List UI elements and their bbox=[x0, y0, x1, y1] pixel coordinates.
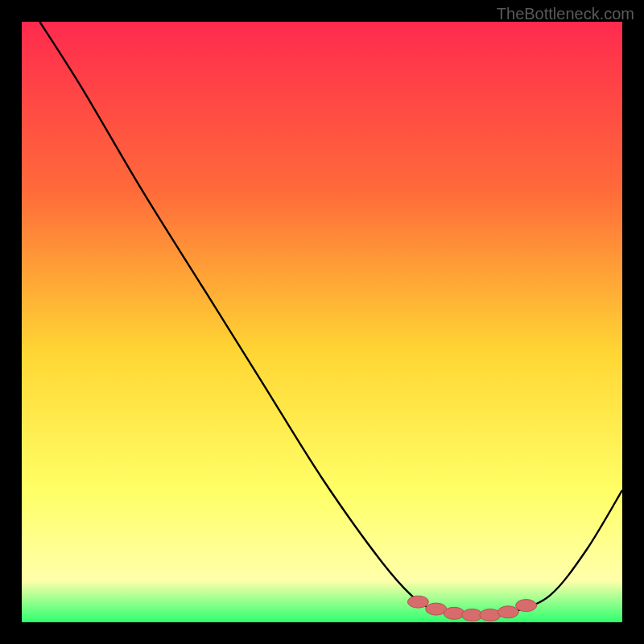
attribution-label: TheBottleneck.com bbox=[497, 5, 634, 23]
bottleneck-chart bbox=[22, 22, 622, 622]
heatmap-background bbox=[22, 22, 622, 622]
chart-plot-area bbox=[22, 22, 622, 622]
optimal-marker bbox=[444, 607, 464, 619]
optimal-marker bbox=[407, 596, 428, 608]
optimal-marker bbox=[516, 600, 537, 612]
optimal-marker bbox=[497, 606, 518, 618]
